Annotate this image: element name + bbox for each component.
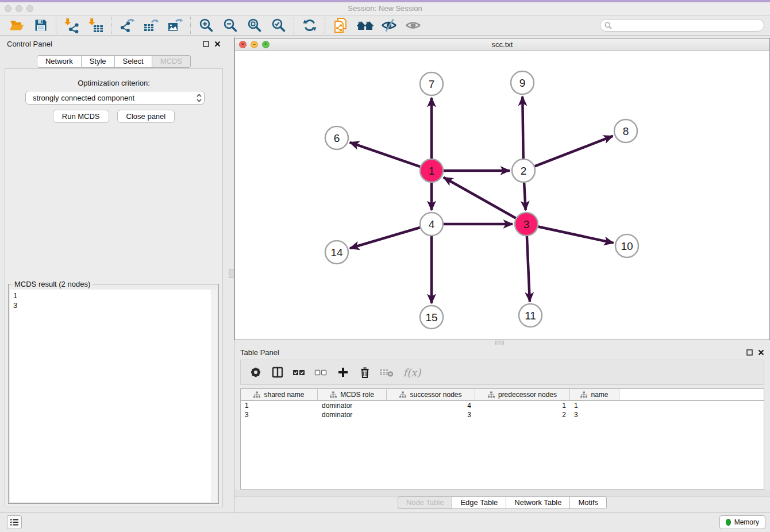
graph-node-11[interactable]: 11 [519,304,542,327]
status-bar: Memory [0,512,770,532]
tab-edge-table[interactable]: Edge Table [452,496,506,509]
tab-mcds[interactable]: MCDS [152,55,191,68]
table-cell[interactable]: 1 [570,402,619,410]
tab-style[interactable]: Style [82,55,115,68]
column-header-predecessor-nodes[interactable]: predecessor nodes [475,389,570,400]
zoom-fit-button[interactable] [242,16,267,34]
settings-gear-button[interactable] [247,363,265,382]
criterion-select[interactable]: strongly connected component [25,91,205,105]
zoom-out-icon [223,18,238,33]
graph-edge-2-8[interactable] [535,136,613,167]
float-panel-icon[interactable] [203,41,209,47]
zoom-window-button[interactable] [26,5,33,12]
close-window-button[interactable] [5,5,11,12]
mcds-result-text: 1 3 [10,290,217,311]
table-cell[interactable]: 1 [475,402,570,410]
table-cell[interactable]: 2 [475,411,570,419]
column-layout-button[interactable] [268,363,287,382]
zoom-out-button[interactable] [218,16,242,34]
export-table-button[interactable] [139,16,163,34]
graph-edge-3-1[interactable] [444,178,516,218]
graph-node-7[interactable]: 7 [420,72,443,95]
task-history-button[interactable] [7,515,22,529]
horizontal-splitter[interactable] [234,340,770,345]
graph-node-1[interactable]: 1 [420,159,443,182]
minimize-network-window-button[interactable]: − [251,41,258,48]
table-cell[interactable]: dominator [318,402,387,410]
checked-boxes-icon [292,366,306,379]
search-input[interactable] [615,21,760,30]
save-session-button[interactable] [29,16,53,34]
column-header-MCDS-role[interactable]: MCDS role [318,389,387,400]
search-box[interactable] [600,19,764,32]
graph-node-2[interactable]: 2 [512,159,535,182]
tab-network-table[interactable]: Network Table [506,496,570,509]
select-all-columns-button[interactable] [290,363,309,382]
graph-node-9[interactable]: 9 [511,71,534,94]
float-panel-icon[interactable] [746,349,753,356]
vertical-splitter[interactable] [228,36,234,513]
add-column-button[interactable] [334,363,352,382]
function-builder-button[interactable]: f(x) [399,363,425,382]
close-network-window-button[interactable]: × [239,41,247,48]
tab-network[interactable]: Network [37,55,82,68]
vertical-splitter-handle[interactable] [229,269,234,278]
graph-node-14[interactable]: 14 [325,241,348,264]
show-all-button[interactable] [401,16,425,34]
zoom-fit-icon [247,18,262,33]
table-cell[interactable]: 3 [570,411,619,419]
memory-button[interactable]: Memory [719,515,765,529]
tab-select[interactable]: Select [115,55,152,68]
import-table-button[interactable] [84,16,108,34]
control-panel-title: Control Panel [7,40,203,48]
table-header-row: shared nameMCDS rolesuccessor nodesprede… [241,389,764,401]
graph-edge-2-3[interactable] [524,183,526,210]
graph-edge-1-6[interactable] [350,142,421,167]
close-panel-icon[interactable] [214,41,221,47]
import-network-button[interactable] [60,16,84,34]
export-network-button[interactable] [115,16,139,34]
graph-edge-3-10[interactable] [538,227,614,243]
close-panel-button[interactable]: Close panel [117,110,175,123]
network-canvas[interactable]: 7968124314101511 [235,51,769,340]
graph-edge-4-14[interactable] [350,228,420,248]
graph-node-10[interactable]: 10 [615,234,638,257]
open-session-button[interactable] [5,16,29,34]
graph-edge-3-11[interactable] [527,236,530,302]
graph-node-6[interactable]: 6 [325,126,348,149]
table-row[interactable]: 3dominator323 [241,410,764,419]
hide-selected-button[interactable] [377,16,401,34]
mcds-result-textarea[interactable]: 1 3 [10,290,217,502]
column-header-name[interactable]: name [570,389,619,400]
column-header-shared-name[interactable]: shared name [241,389,318,400]
graph-node-8[interactable]: 8 [614,119,637,142]
refresh-layout-button[interactable] [298,16,322,34]
graph-node-3[interactable]: 3 [515,213,538,236]
zoom-network-window-button[interactable]: + [262,41,270,48]
deselect-all-columns-button[interactable] [312,363,330,382]
table-row[interactable]: 1dominator411 [241,401,764,410]
graph-edge-2-9[interactable] [522,97,523,159]
table-cell[interactable]: 3 [241,411,318,419]
result-scrollbar[interactable] [211,290,217,502]
graph-node-4[interactable]: 4 [420,213,443,236]
table-cell[interactable]: 3 [387,411,475,419]
zoom-selected-button[interactable] [267,16,291,34]
table-cell[interactable]: 4 [387,402,475,410]
graph-node-15[interactable]: 15 [420,306,443,329]
delete-table-button[interactable] [378,363,396,382]
minimize-window-button[interactable] [16,5,22,12]
clone-network-view-button[interactable] [329,16,353,34]
tab-motifs[interactable]: Motifs [570,496,607,509]
clone-network-icon [333,17,349,33]
delete-column-button[interactable] [356,363,374,382]
mcds-home-button[interactable] [353,16,377,34]
close-panel-icon[interactable] [758,349,764,356]
zoom-in-button[interactable] [194,16,218,34]
table-cell[interactable]: 1 [241,402,318,410]
run-mcds-button[interactable]: Run MCDS [53,110,109,123]
column-header-successor-nodes[interactable]: successor nodes [387,389,475,400]
export-image-button[interactable] [163,16,187,34]
table-cell[interactable]: dominator [318,411,387,419]
tab-node-table[interactable]: Node Table [398,496,453,509]
